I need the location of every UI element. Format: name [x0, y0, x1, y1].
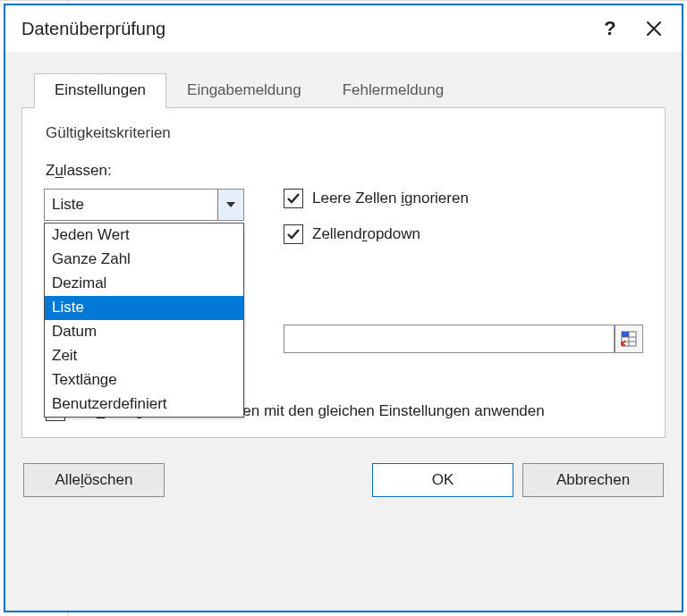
allow-value: Liste — [45, 196, 217, 214]
svg-rect-1 — [622, 332, 629, 337]
cell-dropdown-label: Zellendropdown — [312, 225, 420, 243]
allow-option-list[interactable]: Liste — [45, 296, 243, 320]
allow-option-custom[interactable]: Benutzerdefiniert — [45, 392, 243, 417]
allow-option-textlength[interactable]: Textlänge — [45, 368, 243, 392]
allow-option-any[interactable]: Jeden Wert — [45, 224, 243, 248]
tab-error-message[interactable]: Fehlermeldung — [322, 73, 464, 108]
allow-option-date[interactable]: Datum — [45, 320, 243, 344]
close-icon[interactable] — [646, 21, 671, 37]
cancel-button[interactable]: Abbrechen — [522, 463, 664, 497]
help-icon[interactable]: ? — [598, 17, 623, 40]
range-select-icon — [620, 330, 638, 348]
ignore-blank-label: Leere Zellen ignorieren — [312, 190, 469, 207]
allow-label: Zulassen: — [46, 162, 259, 180]
data-validation-dialog: Datenüberprüfung ? Einstellungen Eingabe… — [4, 4, 683, 612]
cell-dropdown-checkbox[interactable] — [284, 224, 303, 244]
ignore-blank-row[interactable]: Leere Zellen ignorieren — [284, 189, 643, 208]
clear-all-button[interactable]: Alle löschen — [23, 463, 165, 497]
tab-input-message[interactable]: Eingabemeldung — [166, 73, 322, 108]
chevron-down-icon — [226, 202, 235, 207]
allow-option-decimal[interactable]: Dezimal — [45, 272, 243, 296]
settings-panel: Gültigkeitskriterien Zulassen: Liste Jed… — [21, 107, 666, 438]
tab-strip: Einstellungen Eingabemeldung Fehlermeldu… — [5, 52, 682, 107]
cell-dropdown-row[interactable]: Zellendropdown — [284, 224, 643, 244]
ok-button[interactable]: OK — [372, 463, 513, 497]
ignore-blank-checkbox[interactable] — [284, 189, 303, 208]
allow-dropdown-button[interactable] — [217, 190, 243, 220]
tab-settings[interactable]: Einstellungen — [34, 73, 166, 108]
source-input[interactable] — [284, 325, 615, 353]
fieldset-label: Gültigkeitskriterien — [46, 124, 643, 142]
allow-dropdown-list[interactable]: Jeden Wert Ganze Zahl Dezimal Liste Datu… — [44, 223, 244, 418]
range-select-button[interactable] — [615, 325, 643, 353]
allow-option-time[interactable]: Zeit — [45, 344, 243, 368]
allow-option-whole[interactable]: Ganze Zahl — [45, 248, 243, 272]
button-bar: Alle löschen OK Abbrechen — [5, 454, 682, 508]
titlebar: Datenüberprüfung ? — [5, 5, 682, 52]
allow-combobox[interactable]: Liste — [44, 189, 244, 221]
dialog-title: Datenüberprüfung — [21, 19, 598, 39]
source-row — [284, 325, 643, 353]
